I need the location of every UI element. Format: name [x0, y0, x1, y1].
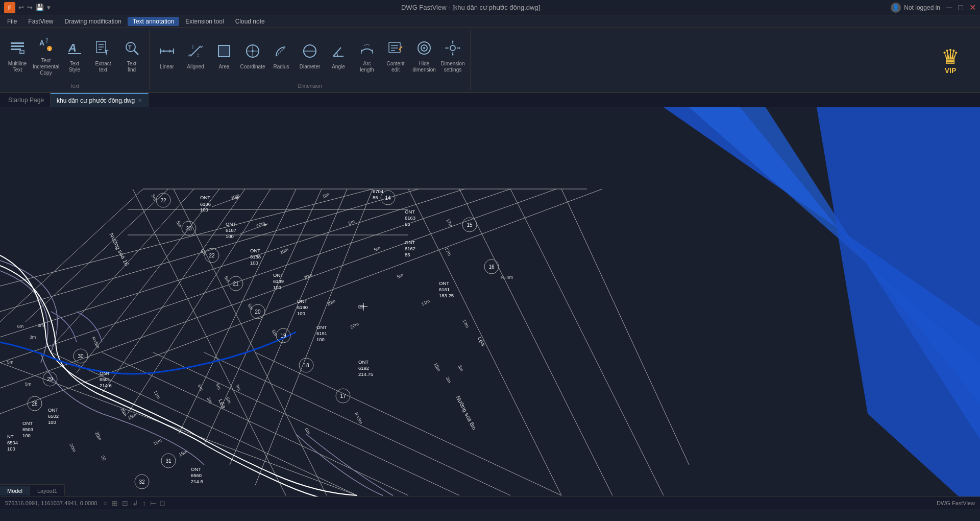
svg-text:6161: 6161 [439, 287, 450, 292]
area-label: Area [218, 64, 229, 70]
svg-text:ONT: ONT [358, 359, 369, 365]
area-button[interactable]: Area [211, 37, 237, 76]
arc-length-button[interactable]: Arclength [354, 37, 380, 76]
undo-btn[interactable]: ↩ [18, 4, 24, 11]
svg-text:ONT: ONT [100, 370, 110, 376]
status-icon-osnap[interactable]: ⊢ [150, 499, 156, 507]
canvas-area: 22 23 22 21 20 19 18 17 29 28 30 31 32 1… [0, 107, 980, 509]
svg-text:ONT: ONT [226, 221, 236, 227]
linear-label: Linear [160, 64, 174, 70]
svg-line-26 [190, 46, 201, 56]
coordinate-button[interactable]: Coordinate [239, 37, 266, 76]
svg-text:85: 85 [405, 221, 410, 227]
redo-btn[interactable]: ↪ [27, 4, 33, 11]
layout-tab-layout1[interactable]: Layout1 [30, 486, 65, 495]
close-button[interactable]: ✕ [969, 3, 976, 12]
text-find-button[interactable]: T Textfind [118, 37, 145, 76]
svg-text:ONT: ONT [191, 466, 201, 472]
svg-text:1: 1 [48, 48, 51, 51]
menu-extension-tool[interactable]: Extension tool [180, 17, 229, 26]
text-style-button[interactable]: A TextStyle [61, 37, 88, 76]
svg-rect-31 [218, 45, 230, 57]
svg-text:214.6: 214.6 [100, 383, 112, 388]
text-incremental-copy-icon: A 2 1 [38, 37, 54, 56]
svg-text:100: 100 [200, 207, 208, 212]
svg-text:T: T [105, 49, 109, 56]
coordinate-label: Coordinate [240, 64, 265, 70]
svg-text:15: 15 [467, 222, 473, 228]
titlebar-left: F ↩ ↪ 💾 ▾ [4, 2, 51, 13]
statusbar: 576316.0991, 1161037.4941, 0.0000 ○ ⊞ ⊡ … [0, 496, 980, 509]
extract-text-button[interactable]: T Extracttext [90, 37, 116, 76]
multiline-text-icon: A [10, 40, 25, 59]
svg-point-59 [446, 47, 447, 49]
svg-text:ONT: ONT [405, 240, 415, 245]
radius-button[interactable]: Radius [268, 37, 295, 76]
hide-dimension-button[interactable]: Hidedimension [411, 37, 437, 76]
linear-icon [159, 43, 175, 62]
status-icon-snap[interactable]: ⊡ [122, 499, 128, 507]
status-icon-lineweight[interactable]: □ [160, 499, 164, 507]
menu-cloud-note[interactable]: Cloud note [230, 17, 270, 26]
save-btn[interactable]: 💾 [36, 4, 44, 11]
svg-text:ONT: ONT [22, 420, 33, 426]
angle-label: Angle [332, 64, 345, 70]
tab-drawing[interactable]: khu dân cư phước đông.dwg ✕ [51, 93, 149, 107]
tab-close-icon[interactable]: ✕ [138, 98, 142, 103]
svg-text:6704: 6704 [373, 188, 383, 194]
text-tools: A MultilineText A 2 1 Text IncrementalCo… [4, 30, 145, 83]
svg-rect-4 [11, 49, 21, 50]
dimension-settings-button[interactable]: Dimensionsettings [439, 37, 466, 76]
drawing-canvas: 22 23 22 21 20 19 18 17 29 28 30 31 32 1… [0, 107, 980, 509]
user-area: 👤 Not logged in [891, 3, 940, 13]
svg-marker-24 [162, 50, 164, 53]
user-avatar: 👤 [891, 3, 901, 13]
svg-text:6190: 6190 [297, 304, 308, 310]
status-icon-ortho[interactable]: ↲ [132, 499, 138, 507]
content-edit-button[interactable]: Contentedit [382, 37, 409, 76]
text-incremental-copy-button[interactable]: A 2 1 Text IncrementalCopy [33, 37, 59, 76]
svg-text:6162: 6162 [405, 246, 415, 251]
diameter-button[interactable]: Diameter [297, 37, 323, 76]
svg-text:3m: 3m [30, 335, 36, 340]
multiline-text-button[interactable]: A MultilineText [4, 37, 31, 76]
svg-text:22: 22 [209, 253, 215, 258]
status-icon-circle[interactable]: ○ [103, 499, 107, 507]
svg-text:ONT: ONT [405, 209, 415, 215]
linear-button[interactable]: Linear [154, 37, 180, 76]
status-icon-polar[interactable]: ↕ [142, 499, 146, 507]
diameter-icon [302, 43, 317, 62]
angle-button[interactable]: Angle [325, 37, 352, 76]
tabsbar: Startup Page khu dân cư phước đông.dwg ✕ [0, 93, 980, 107]
titlebar: F ↩ ↪ 💾 ▾ DWG FastView - [khu dân cư phư… [0, 0, 980, 15]
svg-text:17: 17 [340, 393, 346, 399]
tab-startup[interactable]: Startup Page [2, 93, 51, 107]
svg-text:29: 29 [47, 376, 53, 382]
maximize-button[interactable]: □ [958, 3, 963, 12]
svg-point-55 [423, 47, 425, 49]
aligned-icon [188, 43, 203, 62]
svg-text:ONT: ONT [439, 280, 449, 286]
text-find-icon: T [124, 40, 139, 59]
layout-tab-model[interactable]: Model [0, 486, 30, 495]
angle-icon [331, 43, 346, 62]
svg-text:A: A [39, 39, 44, 47]
svg-text:100: 100 [316, 337, 325, 342]
menu-file[interactable]: File [2, 17, 22, 26]
dimension-section-label: Dimension [298, 83, 322, 90]
menu-text-annotation[interactable]: Text annotation [128, 17, 179, 26]
quick-access[interactable]: ▾ [47, 4, 51, 11]
menu-drawing-modification[interactable]: Drawing modification [59, 17, 126, 26]
content-edit-icon [388, 40, 403, 59]
svg-rect-2 [11, 42, 24, 44]
menu-fastview[interactable]: FastView [23, 17, 58, 26]
svg-text:22: 22 [160, 198, 166, 203]
text-find-label: Textfind [127, 61, 136, 73]
svg-text:6163: 6163 [405, 215, 415, 221]
vip-crown-icon: ♛ [941, 45, 960, 68]
tab-drawing-label: khu dân cư phước đông.dwg [57, 97, 135, 104]
aligned-button[interactable]: Aligned [182, 37, 209, 76]
minimize-button[interactable]: ─ [946, 3, 952, 12]
status-icon-grid[interactable]: ⊞ [112, 499, 118, 507]
svg-text:85: 85 [405, 252, 410, 257]
